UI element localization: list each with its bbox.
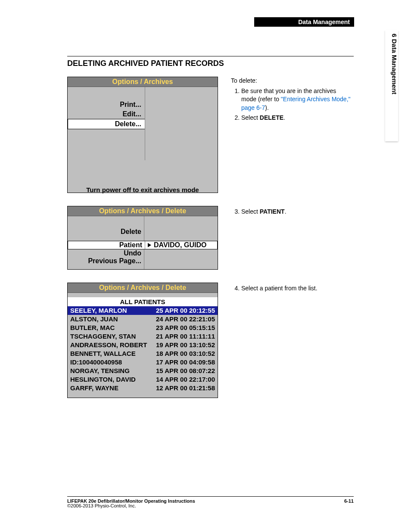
panel-archives: Options / Archives Print... Edit... Dele… [67, 77, 218, 193]
patient-timestamp: 23 APR 00 05:15:15 [156, 324, 215, 332]
row-3: Options / Archives / Delete ALL PATIENTS… [67, 283, 354, 398]
patient-timestamp: 19 APR 00 13:10:52 [156, 341, 215, 349]
row-2: Options / Archives / Delete Delete Patie… [67, 206, 354, 270]
panel2-menu: Delete [68, 216, 144, 241]
patient-timestamp: 12 APR 00 01:21:58 [156, 384, 215, 392]
footer-copyright: ©2006-2013 Physio-Control, Inc. [67, 503, 136, 508]
patient-row[interactable]: SEELEY, MARLON25 APR 00 20:12:55 [68, 306, 218, 315]
footer-page: 6-11 [344, 498, 354, 504]
menu-undo[interactable]: Undo [68, 249, 141, 257]
menu-prev-page[interactable]: Previous Page... [68, 257, 141, 265]
panel1-menu: Print... Edit... Delete... [68, 87, 145, 160]
patient-timestamp: 18 APR 00 03:10:52 [156, 349, 215, 358]
footer: LIFEPAK 20e Defibrillator/Monitor Operat… [67, 496, 354, 504]
instructions-3: Select a patient from the list. [231, 283, 352, 295]
patient-timestamp: 25 APR 00 20:12:55 [156, 306, 215, 315]
patient-row[interactable]: ANDRAESSON, ROBERT19 APR 00 13:10:52 [68, 341, 218, 349]
patient-timestamp: 24 APR 00 22:21:05 [156, 315, 215, 324]
patient-row[interactable]: TSCHAGGENY, STAN21 APR 00 11:11:11 [68, 332, 218, 341]
patient-row[interactable]: ID:10040004095817 APR 00 04:09:58 [68, 358, 218, 367]
patient-timestamp: 14 APR 00 22:17:00 [156, 375, 215, 384]
panel-delete: Options / Archives / Delete Delete Patie… [67, 206, 218, 270]
patient-name: ALSTON, JUAN [70, 315, 118, 324]
menu-delete[interactable]: Delete... [68, 119, 145, 129]
step-2: Select DELETE. [241, 114, 352, 122]
patient-name: ANDRAESSON, ROBERT [70, 341, 147, 349]
patient-row[interactable]: GARFF, WAYNE12 APR 00 01:21:58 [68, 384, 218, 392]
step-4: Select a patient from the list. [241, 284, 352, 293]
patient-row[interactable]: BENNETT, WALLACE18 APR 00 03:10:52 [68, 349, 218, 358]
patient-name: GARFF, WAYNE [70, 384, 118, 392]
patient-list[interactable]: SEELEY, MARLON25 APR 00 20:12:55ALSTON, … [68, 306, 218, 392]
patient-timestamp: 17 APR 00 04:09:58 [156, 358, 215, 367]
menu-delete2[interactable]: Delete [68, 227, 141, 236]
step-1: Be sure that you are in the archives mod… [241, 87, 352, 112]
patient-row[interactable]: HESLINGTON, DAVID14 APR 00 22:17:00 [68, 375, 218, 384]
section-title: DELETING ARCHIVED PATIENT RECORDS [67, 56, 354, 68]
patient-row[interactable]: BUTLER, MAC23 APR 00 05:15:15 [68, 324, 218, 332]
instructions-1: To delete: Be sure that you are in the a… [231, 77, 352, 124]
panel2-title: Options / Archives / Delete [68, 206, 218, 216]
patient-name: BUTLER, MAC [70, 324, 115, 332]
patient-name: BENNETT, WALLACE [70, 349, 136, 358]
patient-name: SEELEY, MARLON [70, 306, 127, 315]
panel-patient-list: Options / Archives / Delete ALL PATIENTS… [67, 283, 218, 398]
patient-timestamp: 21 APR 00 11:11:11 [156, 332, 215, 341]
chapter-tab: 6 Data Management [385, 30, 398, 141]
instructions-2: Select PATIENT. [231, 206, 352, 218]
step-3: Select PATIENT. [241, 208, 352, 216]
panel1-title: Options / Archives [68, 77, 218, 87]
patient-row[interactable]: NORGAY, TENSING15 APR 00 08:07:22 [68, 367, 218, 375]
patient-name: TSCHAGGENY, STAN [70, 332, 136, 341]
content-area: DELETING ARCHIVED PATIENT RECORDS Option… [67, 56, 354, 411]
triangle-icon [148, 243, 151, 247]
menu-patient[interactable]: Patient [68, 241, 145, 249]
menu-edit[interactable]: Edit... [68, 109, 141, 119]
panel3-subhead: ALL PATIENTS [68, 297, 218, 306]
panel1-footer: Turn power off to exit archives mode [68, 160, 218, 204]
panel3-title: Options / Archives / Delete [68, 283, 218, 293]
menu-print[interactable]: Print... [68, 100, 141, 109]
patient-row[interactable]: ALSTON, JUAN24 APR 00 22:21:05 [68, 315, 218, 324]
patient-timestamp: 15 APR 00 08:07:22 [156, 367, 215, 375]
patient-name: HESLINGTON, DAVID [70, 375, 136, 384]
intro-text: To delete: [231, 77, 352, 85]
header-section-label: Data Management [254, 17, 354, 27]
patient-name: ID:100400040958 [70, 358, 122, 367]
patient-name: NORGAY, TENSING [70, 367, 130, 375]
patient-value: DAVIDO, GUIDO [154, 241, 206, 249]
row-1: Options / Archives Print... Edit... Dele… [67, 77, 354, 193]
